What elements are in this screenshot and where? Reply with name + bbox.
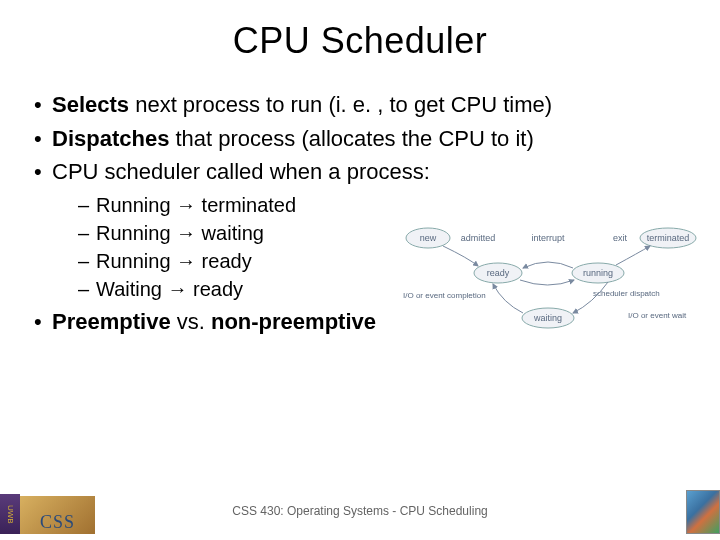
edge-admitted: admitted — [461, 233, 496, 243]
state-ready: ready — [487, 268, 510, 278]
logo-uw-icon: UWB — [0, 494, 20, 534]
state-waiting: waiting — [533, 313, 562, 323]
text-vs: vs. — [171, 309, 211, 334]
bold-selects: Selects — [52, 92, 129, 117]
slide: CPU Scheduler Selects next process to ru… — [0, 0, 720, 540]
edge-ioevent: I/O or event completion — [403, 291, 486, 300]
state-new: new — [420, 233, 437, 243]
text-dispatches: that process (allocates the CPU to it) — [169, 126, 533, 151]
bullet-dispatches: Dispatches that process (allocates the C… — [30, 124, 690, 154]
sub-running-terminated: Running → terminated — [52, 191, 690, 219]
state-running: running — [583, 268, 613, 278]
footer-text: CSS 430: Operating Systems - CPU Schedul… — [232, 504, 487, 518]
footer: UWB CSS CSS 430: Operating Systems - CPU… — [0, 494, 720, 534]
page-title: CPU Scheduler — [30, 20, 690, 62]
text-called-when: CPU scheduler called when a process: — [52, 159, 430, 184]
logo-css-icon: CSS — [20, 496, 95, 534]
process-state-diagram: new ready running waiting terminated adm… — [398, 218, 698, 338]
bullet-selects: Selects next process to run (i. e. , to … — [30, 90, 690, 120]
logo-css-text: CSS — [40, 512, 75, 533]
state-terminated: terminated — [647, 233, 690, 243]
edge-interrupt: interrupt — [531, 233, 565, 243]
bold-dispatches: Dispatches — [52, 126, 169, 151]
edge-iowait: I/O or event wait — [628, 311, 687, 320]
bold-preemptive: Preemptive — [52, 309, 171, 334]
logo-left: UWB CSS — [0, 494, 95, 534]
text-selects: next process to run (i. e. , to get CPU … — [129, 92, 552, 117]
edge-exit: exit — [613, 233, 628, 243]
bold-nonpreemptive: non-preemptive — [211, 309, 376, 334]
logo-book-icon — [686, 490, 720, 534]
edge-dispatch: scheduler dispatch — [593, 289, 660, 298]
